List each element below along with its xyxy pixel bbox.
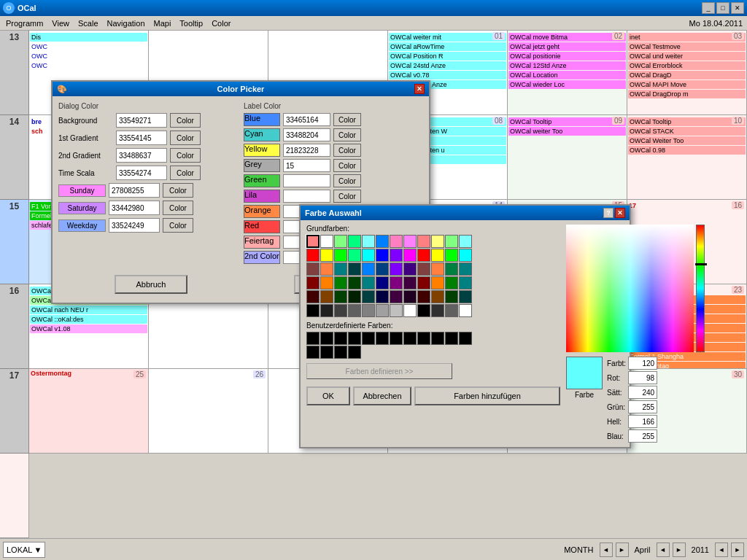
color-cell[interactable] <box>348 276 361 289</box>
color-cell[interactable] <box>459 249 472 262</box>
event-item[interactable]: OWC <box>30 52 147 61</box>
month-next-button[interactable]: ► <box>673 542 686 557</box>
color-cell[interactable] <box>390 304 403 317</box>
menu-programm[interactable]: Programm <box>1 18 47 29</box>
farbe-close-button[interactable]: ✕ <box>615 208 625 218</box>
color-cell[interactable] <box>390 290 403 303</box>
cyan-swatch[interactable]: Cyan <box>244 128 280 141</box>
color-cell[interactable] <box>431 262 444 276</box>
color-cell[interactable] <box>376 304 389 317</box>
color-cell[interactable] <box>417 262 430 276</box>
color-cell[interactable] <box>390 262 403 276</box>
event-item[interactable]: OWCal 0.98 <box>628 146 746 155</box>
user-color-cell[interactable] <box>417 332 430 345</box>
day-sun-w13[interactable]: 03 inet OWCal Testmove OWCal und weiter … <box>627 31 747 115</box>
color-cell[interactable] <box>320 262 333 276</box>
event-item[interactable]: OWCal DragDrop m <box>628 90 746 98</box>
color-cell[interactable] <box>376 249 389 262</box>
color-cell[interactable] <box>334 262 347 276</box>
event-item[interactable]: OWCal 12Std Anze <box>508 61 626 70</box>
yellow-color-button[interactable]: Color <box>333 144 361 157</box>
event-item[interactable]: OWCal Weiter Too <box>628 136 746 145</box>
user-color-cell[interactable] <box>334 332 347 345</box>
color-cell[interactable] <box>445 235 458 248</box>
farbe-abbrechen-button[interactable]: Abbrechen <box>353 386 411 405</box>
time-scala-input[interactable] <box>116 166 167 180</box>
color-cell[interactable] <box>348 304 361 317</box>
color-cell[interactable] <box>306 276 320 289</box>
red-swatch[interactable]: Red <box>244 220 280 233</box>
color-cell[interactable] <box>320 235 333 248</box>
gradient2-color-button[interactable]: Color <box>170 148 201 163</box>
gradient1-color-button[interactable]: Color <box>170 131 201 145</box>
2ndcolor-swatch[interactable]: 2nd Color <box>244 251 280 264</box>
color-cell[interactable] <box>445 276 458 289</box>
color-picker-close-button[interactable]: ✕ <box>414 84 425 94</box>
color-cell[interactable] <box>459 304 472 317</box>
event-item[interactable]: OWC <box>30 61 147 70</box>
color-cell[interactable] <box>348 290 361 303</box>
color-cell[interactable] <box>306 262 320 276</box>
color-cell[interactable] <box>445 304 458 317</box>
color-cell[interactable] <box>390 249 403 262</box>
year-next-button[interactable]: ► <box>731 542 744 557</box>
saturday-input[interactable] <box>109 201 160 215</box>
event-item[interactable]: OWCal DragD <box>628 71 746 79</box>
event-item[interactable]: OWCal 24std Anze <box>389 61 506 70</box>
color-cell[interactable] <box>459 276 472 289</box>
event-item[interactable]: OWCal aRowTime <box>389 42 506 51</box>
color-cell[interactable] <box>431 276 444 289</box>
farbe-hinzufuegen-button[interactable]: Farben hinzufügen <box>414 386 560 405</box>
color-cell[interactable] <box>306 290 320 303</box>
color-cell[interactable] <box>320 304 333 317</box>
color-cell[interactable] <box>334 249 347 262</box>
event-item[interactable]: OWCal ::oKal:des <box>30 315 147 324</box>
event-item[interactable]: OWCal Position R <box>389 52 506 61</box>
abbruch-button[interactable]: Abbruch <box>115 275 187 294</box>
lila-swatch[interactable]: Lila <box>244 190 280 203</box>
lila-input[interactable] <box>283 190 330 203</box>
minimize-button[interactable]: _ <box>702 2 715 14</box>
event-item[interactable]: OWCal wieder Loc <box>508 80 626 89</box>
color-cell[interactable] <box>362 276 375 289</box>
menu-navigation[interactable]: Navigation <box>103 18 150 29</box>
menu-view[interactable]: View <box>47 18 74 29</box>
color-cell[interactable] <box>362 304 375 317</box>
green-swatch[interactable]: Green <box>244 174 280 187</box>
blau-input[interactable] <box>628 429 657 443</box>
day-mon-bottom[interactable]: 25 Ostermontag <box>29 369 149 454</box>
event-item[interactable]: OWCal nach NEU r <box>30 306 147 314</box>
maximize-button[interactable]: □ <box>716 2 729 14</box>
color-cell[interactable] <box>348 249 361 262</box>
grey-swatch[interactable]: Grey <box>244 159 280 172</box>
green-input[interactable] <box>283 174 330 187</box>
color-cell[interactable] <box>403 262 417 276</box>
event-item[interactable]: OWCal positionie <box>508 52 626 61</box>
farbt-input[interactable] <box>628 357 657 370</box>
event-item[interactable]: OWCal move Bitma <box>508 33 626 42</box>
color-cell[interactable] <box>417 249 430 262</box>
color-cell[interactable] <box>445 290 458 303</box>
event-item[interactable]: OWCal Testmove <box>628 42 746 51</box>
color-cell[interactable] <box>306 304 320 317</box>
color-cell[interactable] <box>376 235 389 248</box>
event-item[interactable]: OWCal weiter Too <box>508 127 626 136</box>
user-color-cell[interactable] <box>431 332 444 345</box>
year-prev-button[interactable]: ◄ <box>715 542 728 557</box>
blue-swatch[interactable]: Blue <box>244 113 280 126</box>
color-cell[interactable] <box>431 304 444 317</box>
farbe-help-button[interactable]: ? <box>603 208 614 218</box>
time-scala-color-button[interactable]: Color <box>170 166 201 180</box>
color-cell[interactable] <box>390 235 403 248</box>
user-color-cell[interactable] <box>306 332 320 345</box>
user-color-cell[interactable] <box>376 332 389 345</box>
lila-color-button[interactable]: Color <box>333 190 361 203</box>
color-cell[interactable] <box>362 249 375 262</box>
color-cell[interactable] <box>320 249 333 262</box>
day-tue-bottom[interactable]: 26 <box>149 369 268 454</box>
user-color-cell[interactable] <box>403 332 417 345</box>
rot-input[interactable] <box>628 371 657 384</box>
location-combo[interactable]: LOKAL ▼ <box>3 542 45 558</box>
color-cell[interactable] <box>376 290 389 303</box>
event-item[interactable]: Dis <box>30 33 147 42</box>
